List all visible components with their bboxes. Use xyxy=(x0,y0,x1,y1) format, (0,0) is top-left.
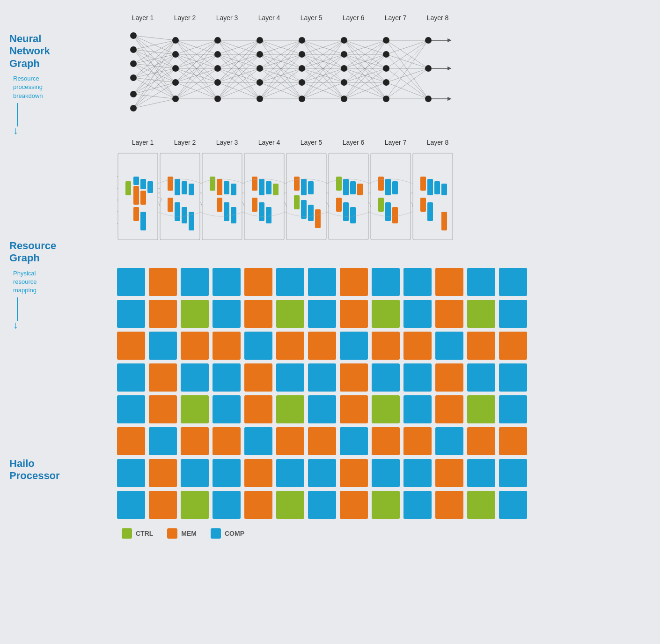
grid-cell-4-10 xyxy=(435,395,463,423)
svg-point-184 xyxy=(214,79,221,86)
grid-cell-6-4 xyxy=(244,459,272,487)
grid-cell-3-10 xyxy=(435,363,463,392)
grid-cell-7-1 xyxy=(149,491,177,519)
grid-cell-1-9 xyxy=(403,300,432,328)
svg-point-182 xyxy=(214,51,221,58)
grid-cell-5-11 xyxy=(467,427,495,455)
legend-ctrl: CTRL xyxy=(122,528,153,539)
v-line-1 xyxy=(17,103,18,126)
svg-rect-262 xyxy=(336,177,342,191)
rg-layer-headers: Layer 1 Layer 2 Layer 3 Layer 4 Layer 5 … xyxy=(117,139,651,146)
grid-cell-6-6 xyxy=(308,459,336,487)
svg-rect-281 xyxy=(441,212,447,230)
svg-point-177 xyxy=(172,51,179,58)
arrow-2: ↓ xyxy=(13,319,18,331)
svg-rect-270 xyxy=(385,179,391,195)
svg-point-190 xyxy=(257,96,263,102)
processor-grid xyxy=(117,268,651,519)
svg-point-178 xyxy=(172,65,179,72)
grid-cell-0-4 xyxy=(244,268,272,296)
ctrl-label: CTRL xyxy=(136,530,153,537)
grid-cell-3-0 xyxy=(117,363,145,392)
rg-layer-2: Layer 2 xyxy=(164,139,206,146)
svg-rect-269 xyxy=(378,177,384,191)
svg-rect-215 xyxy=(244,153,284,240)
svg-rect-231 xyxy=(133,207,139,221)
grid-cell-2-12 xyxy=(499,332,527,360)
svg-rect-233 xyxy=(168,177,173,191)
grid-cell-4-6 xyxy=(308,395,336,423)
svg-rect-217 xyxy=(329,153,368,240)
neural-network-svg: .nn-node { fill: #222; } .nn-edge { stro… xyxy=(117,26,459,120)
grid-cell-6-7 xyxy=(340,459,368,487)
grid-cell-0-6 xyxy=(308,268,336,296)
mem-label: MEM xyxy=(181,530,197,537)
svg-rect-273 xyxy=(385,202,391,221)
svg-rect-255 xyxy=(294,177,300,191)
svg-point-187 xyxy=(257,51,263,58)
svg-rect-235 xyxy=(182,181,187,194)
svg-point-179 xyxy=(172,79,179,86)
svg-rect-238 xyxy=(175,202,180,221)
svg-rect-256 xyxy=(301,179,307,195)
grid-cell-2-9 xyxy=(403,332,432,360)
svg-rect-226 xyxy=(133,186,139,205)
grid-cell-0-3 xyxy=(213,268,241,296)
grid-cell-5-5 xyxy=(276,427,304,455)
nn-layer-8: Layer 8 xyxy=(417,14,459,22)
nn-layer-3: Layer 3 xyxy=(206,14,248,22)
svg-point-206 xyxy=(425,37,432,44)
grid-cell-4-11 xyxy=(467,395,495,423)
neural-network-title: NeuralNetworkGraph xyxy=(9,33,117,70)
grid-cell-0-8 xyxy=(372,268,400,296)
grid-cell-5-0 xyxy=(117,427,145,455)
svg-rect-227 xyxy=(140,191,146,205)
legend-mem: MEM xyxy=(167,528,197,539)
svg-line-18 xyxy=(133,78,176,82)
resource-graph-section: Layer 1 Layer 2 Layer 3 Layer 4 Layer 5 … xyxy=(117,139,651,244)
svg-line-17 xyxy=(133,68,176,78)
grid-cell-0-1 xyxy=(149,268,177,296)
grid-cell-5-2 xyxy=(181,427,209,455)
svg-rect-278 xyxy=(441,184,447,195)
svg-point-180 xyxy=(172,96,179,102)
grid-cell-0-0 xyxy=(117,268,145,296)
svg-point-173 xyxy=(130,74,137,81)
grid-cell-1-1 xyxy=(149,300,177,328)
svg-rect-251 xyxy=(273,184,279,195)
grid-cell-7-10 xyxy=(435,491,463,519)
sublabel-physical-resource: Physicalresourcemapping xyxy=(13,269,37,295)
comp-color-swatch xyxy=(211,528,221,539)
grid-cell-0-2 xyxy=(181,268,209,296)
svg-rect-242 xyxy=(217,179,222,195)
grid-cell-4-3 xyxy=(213,395,241,423)
svg-rect-276 xyxy=(427,179,433,195)
svg-rect-253 xyxy=(259,202,264,221)
grid-cell-1-2 xyxy=(181,300,209,328)
grid-cell-0-5 xyxy=(276,268,304,296)
grid-cell-3-7 xyxy=(340,363,368,392)
grid-cell-7-4 xyxy=(244,491,272,519)
v-line-2 xyxy=(17,297,18,321)
grid-cell-4-9 xyxy=(403,395,432,423)
svg-rect-249 xyxy=(259,179,264,195)
grid-cell-7-8 xyxy=(372,491,400,519)
nn-layer-7: Layer 7 xyxy=(374,14,417,22)
grid-cell-4-8 xyxy=(372,395,400,423)
svg-rect-257 xyxy=(308,181,314,194)
grid-cell-6-3 xyxy=(213,459,241,487)
svg-point-181 xyxy=(214,37,221,44)
svg-rect-267 xyxy=(343,202,349,221)
svg-rect-225 xyxy=(125,181,131,195)
grid-cell-5-9 xyxy=(403,427,432,455)
grid-cell-0-9 xyxy=(403,268,432,296)
legend-comp: COMP xyxy=(211,528,244,539)
svg-point-197 xyxy=(341,51,347,58)
main-container: NeuralNetworkGraph Resourceprocessingbre… xyxy=(0,0,660,553)
grid-cell-7-11 xyxy=(467,491,495,519)
left-panel: NeuralNetworkGraph Resourceprocessingbre… xyxy=(9,14,117,539)
svg-line-165 xyxy=(386,68,428,82)
svg-point-191 xyxy=(299,37,305,44)
grid-cell-3-9 xyxy=(403,363,432,392)
grid-cell-2-11 xyxy=(467,332,495,360)
